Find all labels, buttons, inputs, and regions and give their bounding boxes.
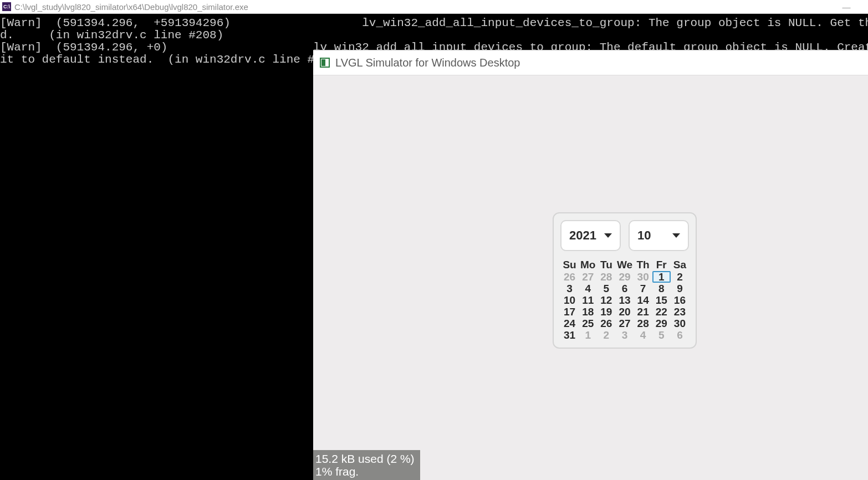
calendar-day[interactable]: 29 [615,271,634,283]
calendar-day[interactable]: 2 [597,329,615,341]
chevron-down-icon [672,233,680,238]
calendar-day[interactable]: 12 [597,294,615,306]
calendar-day[interactable]: 6 [615,283,634,294]
calendar-day[interactable]: 2 [671,271,689,283]
calendar-day[interactable]: 1 [652,271,671,283]
chevron-down-icon [604,233,612,238]
calendar-widget: 2021 10 SuMoTuWeThFrSa262728293012345678… [553,212,697,349]
weekday-header: Th [634,259,652,271]
calendar-day[interactable]: 29 [652,318,671,329]
weekday-header: Sa [671,259,689,271]
console-titlebar: C:\ C:\lvgl_study\lvgl820_similator\x64\… [0,0,868,14]
calendar-day[interactable]: 11 [579,294,597,306]
calendar-day[interactable]: 24 [560,318,579,329]
calendar-day[interactable]: 10 [560,294,579,306]
weekday-header: Mo [579,259,597,271]
calendar-day[interactable]: 17 [560,306,579,318]
calendar-day[interactable]: 18 [579,306,597,318]
calendar-day[interactable]: 30 [634,271,652,283]
simulator-title: LVGL Simulator for Windows Desktop [335,57,520,69]
calendar-day[interactable]: 6 [671,329,689,341]
year-dropdown[interactable]: 2021 [560,220,621,251]
calendar-day[interactable]: 25 [579,318,597,329]
year-value: 2021 [569,228,596,243]
calendar-day[interactable]: 31 [560,329,579,341]
calendar-day[interactable]: 14 [634,294,652,306]
calendar-day[interactable]: 27 [615,318,634,329]
calendar-day[interactable]: 15 [652,294,671,306]
minimize-button[interactable]: — [838,2,855,12]
weekday-header: Tu [597,259,615,271]
simulator-window: LVGL Simulator for Windows Desktop 2021 … [313,50,868,480]
calendar-day[interactable]: 16 [671,294,689,306]
calendar-day[interactable]: 9 [671,283,689,294]
simulator-titlebar[interactable]: LVGL Simulator for Windows Desktop [313,50,868,75]
lvgl-icon [320,58,330,68]
calendar-day[interactable]: 13 [615,294,634,306]
calendar-day[interactable]: 23 [671,306,689,318]
calendar-day[interactable]: 22 [652,306,671,318]
calendar-day[interactable]: 8 [652,283,671,294]
memory-status: 15.2 kB used (2 %) 1% frag. [313,450,420,480]
calendar-day[interactable]: 5 [652,329,671,341]
calendar-day[interactable]: 4 [579,283,597,294]
calendar-day[interactable]: 20 [615,306,634,318]
console-output: [Warn] (591394.296, +591394296) d. (in w… [0,14,313,480]
console-title: C:\lvgl_study\lvgl820_similator\x64\Debu… [14,2,248,12]
calendar-day[interactable]: 27 [579,271,597,283]
calendar-day[interactable]: 4 [634,329,652,341]
console-output-right: lv_win32_add_all_input_devices_to_group:… [313,14,868,50]
month-dropdown[interactable]: 10 [629,220,689,251]
month-value: 10 [637,228,651,243]
calendar-day[interactable]: 3 [560,283,579,294]
weekday-header: We [615,259,634,271]
status-line-1: 15.2 kB used (2 %) [315,452,415,465]
weekday-header: Fr [652,259,671,271]
calendar-day[interactable]: 3 [615,329,634,341]
simulator-body: 2021 10 SuMoTuWeThFrSa262728293012345678… [313,75,868,480]
calendar-day[interactable]: 19 [597,306,615,318]
calendar-day[interactable]: 26 [597,318,615,329]
calendar-header: 2021 10 [560,220,689,251]
calendar-day[interactable]: 26 [560,271,579,283]
calendar-day[interactable]: 30 [671,318,689,329]
calendar-day[interactable]: 28 [597,271,615,283]
console-icon: C:\ [2,2,11,11]
calendar-day[interactable]: 7 [634,283,652,294]
calendar-day[interactable]: 1 [579,329,597,341]
calendar-day[interactable]: 21 [634,306,652,318]
weekday-header: Su [560,259,579,271]
calendar-day[interactable]: 5 [597,283,615,294]
calendar-grid: SuMoTuWeThFrSa26272829301234567891011121… [560,259,689,341]
calendar-day[interactable]: 28 [634,318,652,329]
status-line-2: 1% frag. [315,465,415,478]
